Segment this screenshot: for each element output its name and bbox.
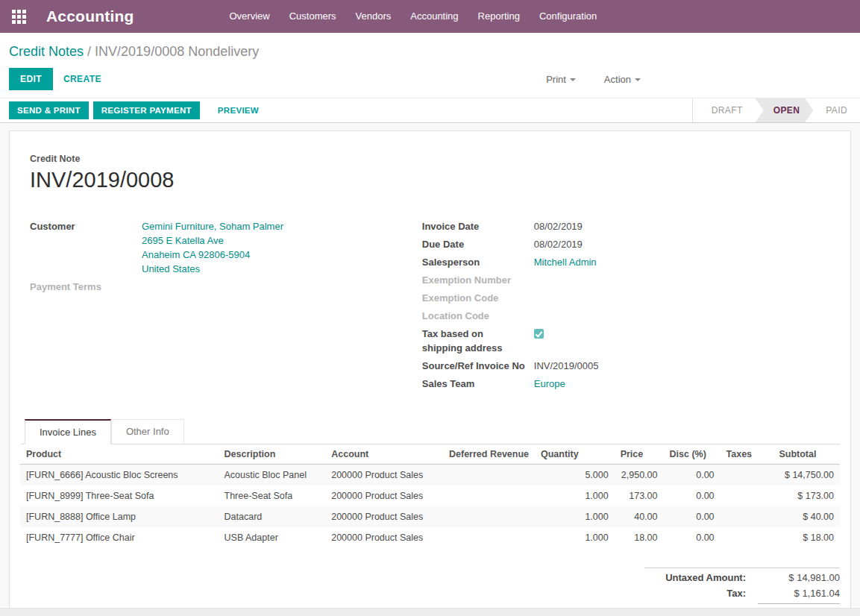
breadcrumb-current: INV/2019/0008 Nondelivery (95, 44, 259, 59)
cell-deferred-revenue (443, 465, 535, 486)
menu-item-reporting[interactable]: Reporting (468, 0, 530, 33)
menu-item-accounting[interactable]: Accounting (401, 0, 468, 33)
customer-country-link[interactable]: United States (142, 262, 283, 276)
tax-shipping-label: Tax based on shipping address (422, 327, 534, 355)
cell-subtotal: $ 40.00 (773, 506, 840, 527)
cell-quantity: 1.000 (535, 485, 615, 506)
untaxed-amount-row: Untaxed Amount: $ 14,981.00 (644, 570, 840, 585)
fields-right-column: Invoice Date 08/02/2019 Due Date 08/02/2… (422, 219, 830, 395)
col-header-quantity[interactable]: Quantity (535, 444, 615, 465)
invoice-lines-table: Product Description Account Deferred Rev… (20, 444, 840, 548)
invoice-date-label: Invoice Date (422, 219, 534, 233)
exemption-code-field: Exemption Code (422, 291, 830, 305)
source-ref-field: Source/Ref Invoice No INV/2019/0005 (422, 359, 830, 373)
action-dropdown-label: Action (604, 74, 631, 85)
action-dropdowns: Print Action (542, 73, 645, 86)
breadcrumb: Credit Notes / INV/2019/0008 Nondelivery (9, 43, 851, 60)
cell-description: Datacard (219, 506, 326, 527)
breadcrumb-credit-notes[interactable]: Credit Notes (9, 44, 84, 59)
sales-team-link[interactable]: Europe (534, 377, 565, 391)
cell-deferred-revenue (443, 527, 535, 548)
col-header-product[interactable]: Product (20, 444, 219, 465)
col-header-taxes[interactable]: Taxes (721, 444, 773, 465)
table-row[interactable]: [FURN_8888] Office Lamp Datacard 200000 … (20, 506, 840, 527)
customer-city-link[interactable]: Anaheim CA 92806-5904 (142, 248, 283, 262)
app-title[interactable]: Accounting (46, 7, 134, 25)
menu-item-vendors[interactable]: Vendors (346, 0, 401, 33)
cell-price: 173.00 (615, 485, 664, 506)
fields-left-column: Customer Gemini Furniture, Soham Palmer … (30, 219, 422, 395)
location-code-field: Location Code (422, 309, 830, 323)
cell-description: Three-Seat Sofa (219, 485, 326, 506)
cell-deferred-revenue (443, 506, 535, 527)
invoice-date-value: 08/02/2019 (534, 219, 583, 233)
create-button[interactable]: CREATE (53, 69, 112, 89)
register-payment-button[interactable]: REGISTER PAYMENT (93, 101, 200, 119)
untaxed-amount-value: $ 14,981.00 (758, 572, 840, 583)
table-row[interactable]: [FURN_6666] Acoustic Bloc Screens Acoust… (20, 465, 840, 486)
horizontal-scrollbar[interactable] (0, 608, 860, 616)
stage-open[interactable]: OPEN (756, 98, 814, 122)
cell-taxes (721, 485, 773, 506)
cell-account: 200000 Product Sales (325, 485, 443, 506)
cell-product: [FURN_6666] Acoustic Bloc Screens (20, 465, 219, 486)
cell-disc: 0.00 (664, 527, 721, 548)
customer-field: Customer Gemini Furniture, Soham Palmer … (30, 219, 422, 276)
stage-draft[interactable]: DRAFT (699, 98, 756, 122)
control-panel-buttons: EDIT CREATE Print Action (9, 68, 851, 90)
col-header-disc[interactable]: Disc (%) (664, 444, 721, 465)
control-panel: Credit Notes / INV/2019/0008 Nondelivery… (0, 33, 860, 98)
col-header-description[interactable]: Description (219, 444, 326, 465)
action-dropdown[interactable]: Action (600, 73, 645, 86)
due-date-value: 08/02/2019 (534, 237, 583, 251)
cell-quantity: 1.000 (535, 506, 615, 527)
col-header-subtotal[interactable]: Subtotal (773, 444, 840, 465)
edit-button[interactable]: EDIT (9, 68, 53, 90)
col-header-account[interactable]: Account (325, 444, 443, 465)
salesperson-link[interactable]: Mitchell Admin (534, 255, 597, 269)
due-date-label: Due Date (422, 237, 534, 251)
cell-price: 18.00 (615, 527, 664, 548)
cell-disc: 0.00 (664, 506, 721, 527)
content-area: Credit Note INV/2019/0008 Customer Gemin… (0, 123, 860, 606)
preview-button[interactable]: PREVIEW (209, 102, 268, 119)
top-navbar: Accounting Overview Customers Vendors Ac… (0, 0, 860, 33)
invoice-date-field: Invoice Date 08/02/2019 (422, 219, 830, 233)
col-header-deferred-revenue[interactable]: Deferred Revenue (443, 444, 535, 465)
tax-label: Tax: (644, 588, 758, 599)
print-dropdown[interactable]: Print (542, 73, 580, 86)
menu-item-customers[interactable]: Customers (280, 0, 346, 33)
customer-value: Gemini Furniture, Soham Palmer 2695 E Ka… (142, 219, 283, 276)
stage-paid[interactable]: PAID (813, 98, 860, 122)
col-header-price[interactable]: Price (615, 444, 664, 465)
apps-grid-icon[interactable] (12, 10, 26, 24)
tax-shipping-checkbox[interactable] (534, 329, 544, 339)
menu-item-overview[interactable]: Overview (220, 0, 280, 33)
send-and-print-button[interactable]: SEND & PRINT (9, 101, 89, 119)
form-sheet: Credit Note INV/2019/0008 Customer Gemin… (9, 131, 851, 616)
document-type-label: Credit Note (20, 154, 840, 164)
table-row[interactable]: [FURN_7777] Office Chair USB Adapter 200… (20, 527, 840, 548)
tab-invoice-lines[interactable]: Invoice Lines (25, 419, 111, 444)
notebook-tabs: Invoice Lines Other Info (20, 418, 840, 444)
table-row[interactable]: [FURN_8999] Three-Seat Sofa Three-Seat S… (20, 485, 840, 506)
fields-section: Customer Gemini Furniture, Soham Palmer … (20, 219, 840, 395)
cell-taxes (721, 527, 773, 548)
print-dropdown-label: Print (546, 74, 566, 85)
customer-street-link[interactable]: 2695 E Katella Ave (142, 233, 283, 248)
exemption-number-field: Exemption Number (422, 273, 830, 287)
cell-account: 200000 Product Sales (325, 506, 443, 527)
location-code-label: Location Code (422, 309, 534, 323)
tab-other-info[interactable]: Other Info (111, 419, 184, 444)
chevron-down-icon (635, 78, 641, 81)
untaxed-amount-label: Untaxed Amount: (644, 572, 758, 583)
menu-item-configuration[interactable]: Configuration (530, 0, 606, 33)
table-header-row: Product Description Account Deferred Rev… (20, 444, 840, 465)
cell-price: 2,950.00 (615, 465, 664, 486)
tax-row: Tax: $ 1,161.04 (644, 585, 840, 601)
sales-team-field: Sales Team Europe (422, 377, 830, 391)
cell-quantity: 5.000 (535, 465, 615, 486)
customer-name-link[interactable]: Gemini Furniture, Soham Palmer (142, 219, 283, 233)
main-menu: Overview Customers Vendors Accounting Re… (220, 0, 607, 33)
cell-quantity: 1.000 (535, 527, 615, 548)
